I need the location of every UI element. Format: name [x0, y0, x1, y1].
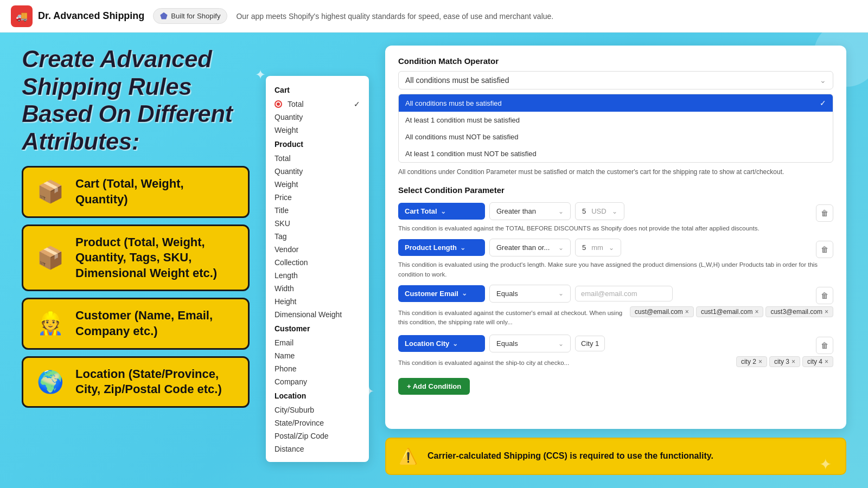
dropdown-item-length[interactable]: Length — [266, 269, 369, 282]
dropdown-item-product-quantity[interactable]: Quantity — [266, 165, 369, 178]
deco-star-1: ✦ — [255, 67, 266, 82]
condition-operator-4[interactable]: Equals ⌄ — [489, 335, 571, 352]
email-tags-row: This condition is evaluated against the … — [398, 306, 833, 333]
operator-option-atleast-1-label: At least 1 condition must be satisfied — [405, 116, 520, 124]
shopify-badge-text: Built for Shopify — [171, 12, 220, 20]
email-tag-2[interactable]: cust1@email.com × — [696, 306, 764, 317]
dropdown-item-phone[interactable]: Phone — [266, 362, 369, 375]
city-tag-2-remove[interactable]: × — [792, 358, 795, 365]
operator-option-all-not[interactable]: All conditions must NOT be satisfied — [399, 129, 833, 145]
condition-value-1[interactable]: 5 USD ⌄ — [575, 202, 624, 220]
operator-option-atleast-1[interactable]: At least 1 condition must be satisfied — [399, 112, 833, 129]
email-tags-area: cust@email.com × cust1@email.com × cust3… — [630, 306, 833, 317]
shopify-badge: ⬟ Built for Shopify — [153, 8, 227, 24]
operator-3-label: Equals — [496, 290, 518, 298]
logo-area: 🚚 Dr. Advanced Shipping — [11, 5, 144, 27]
operator-dropdown[interactable]: All conditions must be satisfied ✓ At le… — [398, 94, 833, 163]
condition-operator-2[interactable]: Greater than or... ⌄ — [489, 239, 571, 256]
right-content: Condition Match Operator All conditions … — [385, 46, 846, 475]
city-tag-2[interactable]: city 3 × — [769, 356, 800, 367]
customer-email-chevron-icon: ⌄ — [462, 290, 467, 297]
email-tag-1[interactable]: cust@email.com × — [630, 306, 694, 317]
cart-total-label: Cart Total — [405, 207, 437, 215]
delete-condition-4[interactable]: 🗑 — [816, 337, 833, 354]
operator-4-chevron-icon: ⌄ — [558, 340, 564, 348]
warning-text: Carrier-calculated Shipping (CCS) is req… — [427, 450, 713, 462]
middle-area: ✦ ✦ Cart Total ✓ Quantity Weight Product… — [266, 46, 369, 475]
city-tag-3-remove[interactable]: × — [825, 358, 828, 365]
location-icon: 🌍 — [34, 369, 67, 395]
add-condition-button[interactable]: + Add Condition — [398, 378, 470, 395]
dropdown-item-dimensional-weight[interactable]: Dimensional Weight — [266, 308, 369, 321]
dropdown-item-quantity[interactable]: Quantity — [266, 111, 369, 124]
dropdown-item-title[interactable]: Title — [266, 204, 369, 217]
dropdown-item-company[interactable]: Company — [266, 375, 369, 388]
dropdown-item-sku[interactable]: SKU — [266, 217, 369, 230]
condition-field-product-length[interactable]: Product Length ⌄ — [398, 239, 485, 256]
dropdown-item-height[interactable]: Height — [266, 295, 369, 308]
condition-field-location-city[interactable]: Location City ⌄ — [398, 335, 485, 352]
dropdown-item-city[interactable]: City/Suburb — [266, 403, 369, 416]
condition-operator-1[interactable]: Greater than ⌄ — [489, 202, 571, 220]
email-tag-3[interactable]: cust3@email.com × — [765, 306, 833, 317]
city-tag-1-remove[interactable]: × — [758, 358, 762, 365]
dropdown-item-name[interactable]: Name — [266, 349, 369, 362]
dropdown-item-product-weight[interactable]: Weight — [266, 178, 369, 191]
dropdown-item-vendor[interactable]: Vendor — [266, 243, 369, 256]
dropdown-item-width[interactable]: Width — [266, 282, 369, 295]
dropdown-item-weight[interactable]: Weight — [266, 124, 369, 137]
condition-param-title: Select Condition Parameter — [398, 185, 833, 195]
shopify-dot-icon: ⬟ — [160, 11, 168, 21]
city-tag-3[interactable]: city 4 × — [802, 356, 833, 367]
delete-condition-3[interactable]: 🗑 — [816, 287, 833, 304]
operator-option-all-must-label: All conditions must be satisfied — [405, 99, 502, 107]
condition-field-cart-total[interactable]: Cart Total ⌄ — [398, 203, 485, 220]
dropdown-item-state[interactable]: State/Province — [266, 416, 369, 429]
condition-operator-3[interactable]: Equals ⌄ — [489, 285, 571, 303]
match-operator-select[interactable]: All conditions must be satisfied ⌄ — [398, 71, 833, 89]
email-tag-1-remove[interactable]: × — [685, 308, 689, 316]
check-icon: ✓ — [354, 100, 360, 108]
feature-text-cart: Cart (Total, Weight, Quantity) — [75, 176, 237, 207]
email-tag-1-value: cust@email.com — [635, 308, 683, 316]
condition-email-input[interactable]: email@email.com — [575, 286, 673, 301]
condition-value-2[interactable]: 5 mm ⌄ — [575, 239, 621, 256]
dropdown-item-distance[interactable]: Distance — [266, 442, 369, 455]
deco-cross: ✦ — [819, 455, 835, 472]
dropdown-item-tag[interactable]: Tag — [266, 230, 369, 243]
feature-card-customer: 👷 Customer (Name, Email, Company etc.) — [22, 298, 250, 349]
attribute-dropdown[interactable]: Cart Total ✓ Quantity Weight Product Tot… — [266, 76, 369, 462]
operator-description: All conditions under Condition Parameter… — [398, 167, 833, 177]
email-tag-2-value: cust1@email.com — [701, 308, 753, 316]
left-panel: Create Advanced Shipping Rules Based On … — [22, 46, 250, 475]
dropdown-item-collection[interactable]: Collection — [266, 256, 369, 269]
operator-option-atleast-1-not[interactable]: At least 1 condition must NOT be satisfi… — [399, 145, 833, 162]
operator-option-all-must[interactable]: All conditions must be satisfied ✓ — [399, 94, 833, 112]
feature-text-product: Product (Total, Weight, Quantity, Tags, … — [75, 235, 237, 281]
dropdown-item-total[interactable]: Total ✓ — [266, 98, 369, 111]
condition-3-desc: This condition is evaluated against the … — [398, 309, 626, 328]
email-tag-2-remove[interactable]: × — [755, 308, 758, 316]
dropdown-item-postal[interactable]: Postal/Zip Code — [266, 429, 369, 442]
product-section-label: Product — [266, 137, 369, 152]
logo-text: Dr. Advanced Shipping — [38, 10, 144, 22]
product-icon: 📦 — [34, 245, 67, 271]
cart-icon: 📦 — [34, 179, 67, 204]
customer-email-label: Customer Email — [405, 290, 458, 298]
condition-row-2-inputs: Product Length ⌄ Greater than or... ⌄ 5 … — [398, 239, 812, 256]
condition-4-desc: This condition is evaluated against the … — [398, 358, 732, 368]
condition-field-customer-email[interactable]: Customer Email ⌄ — [398, 285, 485, 302]
cart-total-chevron-icon: ⌄ — [441, 208, 446, 215]
condition-city-input[interactable]: City 1 — [575, 336, 605, 351]
dropdown-item-product-total[interactable]: Total — [266, 152, 369, 165]
condition-row-2: Product Length ⌄ Greater than or... ⌄ 5 … — [398, 239, 833, 258]
delete-condition-2[interactable]: 🗑 — [816, 241, 833, 258]
dropdown-item-price[interactable]: Price — [266, 191, 369, 204]
operator-4-label: Equals — [496, 339, 518, 348]
condition-row-1: Cart Total ⌄ Greater than ⌄ 5 USD ⌄ 🗑 — [398, 202, 833, 222]
delete-condition-1[interactable]: 🗑 — [816, 204, 833, 222]
operator-3-chevron-icon: ⌄ — [558, 290, 564, 297]
city-tag-1[interactable]: city 2 × — [736, 356, 767, 367]
dropdown-item-email[interactable]: Email — [266, 336, 369, 349]
email-tag-3-remove[interactable]: × — [825, 308, 828, 316]
